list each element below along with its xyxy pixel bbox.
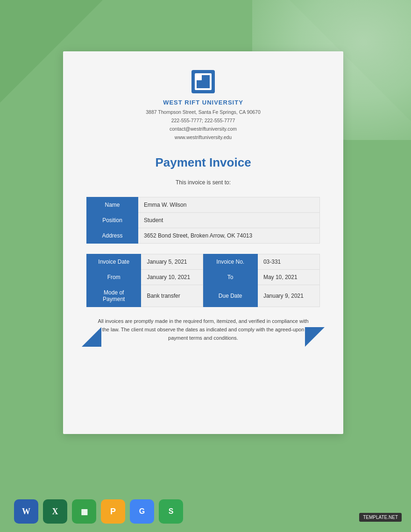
org-name: WEST RIFT UNIVERSITY [86,99,320,106]
invoice-date-label: Invoice Date [87,254,141,270]
org-phone: 222-555-7777; 222-555-7777 [86,117,320,125]
word-icon[interactable]: W [14,499,38,524]
due-date-label: Due Date [203,285,257,307]
recipient-position-row: Position Student [87,213,320,228]
invoice-footer-text: All invoices are promptly made in the re… [86,317,320,342]
google-docs-icon[interactable]: G [130,499,154,524]
recipient-name-row: Name Emma W. Wilson [87,197,320,213]
invoice-date-row: Invoice Date January 5, 2021 Invoice No.… [87,254,320,270]
invoice-document: WEST RIFT UNIVERSITY 3887 Thompson Stree… [63,51,343,434]
invoice-no-value: 03-331 [257,254,319,270]
to-value: May 10, 2021 [257,270,319,285]
org-address: 3887 Thompson Street, Santa Fe Springs, … [86,108,320,117]
invoice-title: Payment Invoice [86,155,320,170]
from-label: From [87,270,141,285]
document-header: WEST RIFT UNIVERSITY 3887 Thompson Stree… [86,70,320,141]
due-date-value: January 9, 2021 [257,285,319,307]
google-sheets-icon[interactable]: S [159,499,183,524]
corner-triangle-left [82,327,101,347]
payment-value: Bank transfer [141,285,203,307]
to-label: To [203,270,257,285]
position-value: Student [138,213,320,228]
name-value: Emma W. Wilson [138,197,320,213]
invoice-date-value: January 5, 2021 [141,254,203,270]
university-logo [191,70,215,93]
invoice-no-label: Invoice No. [203,254,257,270]
invoice-from-row: From January 10, 2021 To May 10, 2021 [87,270,320,285]
numbers-icon[interactable]: ▦ [72,499,96,524]
invoice-intro: This invoice is sent to: [86,179,320,186]
org-website: www.westriftuniversity.edu [86,133,320,142]
corner-triangle-right [305,327,325,347]
name-label: Name [87,197,138,213]
pages-icon[interactable]: P [101,499,125,524]
excel-icon[interactable]: X [43,499,67,524]
app-icons-row: W X ▦ P G S [14,499,183,524]
template-badge: TEMPLATE.NET [359,513,402,522]
recipient-address-row: Address 3652 Bond Street, Broken Arrow, … [87,228,320,244]
position-label: Position [87,213,138,228]
address-label: Address [87,228,138,244]
recipient-table: Name Emma W. Wilson Position Student Add… [86,197,320,244]
from-value: January 10, 2021 [141,270,203,285]
payment-label: Mode of Payment [87,285,141,307]
invoice-details-table: Invoice Date January 5, 2021 Invoice No.… [86,254,320,307]
address-value: 3652 Bond Street, Broken Arrow, OK 74013 [138,228,320,244]
payment-mode-row: Mode of Payment Bank transfer Due Date J… [87,285,320,307]
org-email: contact@westriftuniversity.com [86,125,320,133]
